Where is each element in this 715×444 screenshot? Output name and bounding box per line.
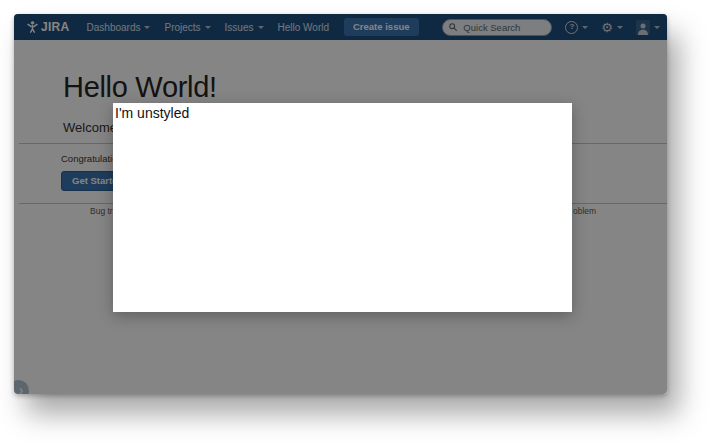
dialog-message: I'm unstyled (115, 105, 189, 121)
browser-window: JIRA Dashboards Projects Issues Hello Wo… (14, 14, 667, 394)
unstyled-dialog: I'm unstyled (113, 103, 572, 312)
